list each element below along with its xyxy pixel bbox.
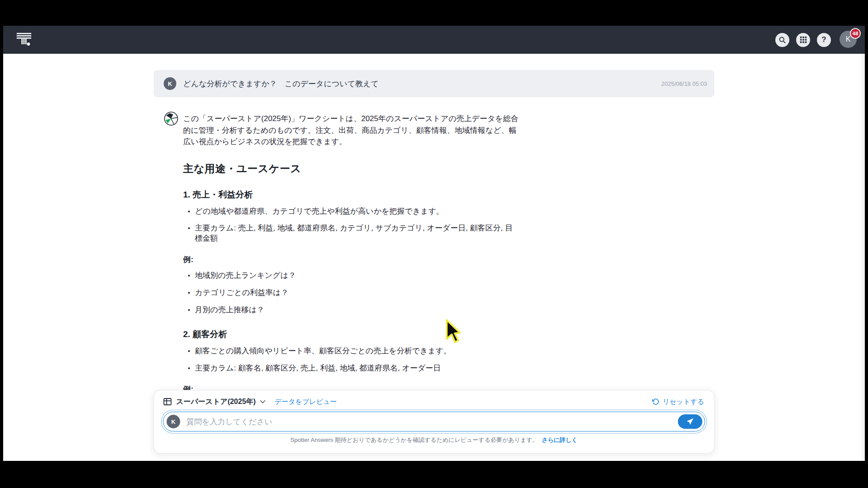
bot-intro-paragraph: この「スーパーストア(2025年)」ワークシートは、2025年のスーパーストアの… <box>183 113 520 148</box>
bullet-icon: • <box>183 223 195 244</box>
send-button[interactable] <box>678 414 703 429</box>
bullet-icon: • <box>183 288 195 298</box>
list-item: •主要カラム: 売上, 利益, 地域, 都道府県名, カテゴリ, サブカテゴリ,… <box>183 223 520 244</box>
section-2-heading: 2. 顧客分析 <box>183 328 520 340</box>
bot-main-heading: 主な用途・ユースケース <box>183 162 520 176</box>
datasource-name[interactable]: スーパーストア(2025年) <box>176 397 256 407</box>
bullet-icon: • <box>183 271 195 281</box>
scrollbar[interactable] <box>862 54 865 461</box>
spotter-bot-icon <box>164 111 179 126</box>
bullet-icon: • <box>183 346 195 357</box>
section-1-example-label: 例: <box>183 254 520 265</box>
disclaimer-text: Spotter Answers 期待どおりであるかどうかを確認するためにレビュー… <box>290 436 538 443</box>
reset-label: リセットする <box>662 398 704 406</box>
paper-plane-icon <box>686 418 694 426</box>
worksheet-table-icon <box>163 397 172 406</box>
reset-icon <box>652 398 659 405</box>
bot-message-body: この「スーパーストア(2025年)」ワークシートは、2025年のスーパーストアの… <box>183 111 520 435</box>
user-message-row: K どんな分析ができますか？ このデータについて教えて 2025/06/18 0… <box>154 70 714 97</box>
thoughtspot-logo-icon[interactable] <box>15 30 33 49</box>
navbar-actions: ? K 48 <box>775 31 858 49</box>
notification-badge: 48 <box>850 28 861 39</box>
apps-grid-icon[interactable] <box>796 33 810 47</box>
bot-message-row: この「スーパーストア(2025年)」ワークシートは、2025年のスーパーストアの… <box>154 111 714 435</box>
list-item: •月別の売上推移は？ <box>183 305 520 315</box>
composer-toolbar: スーパーストア(2025年) データをプレビュー リセットする <box>154 390 714 407</box>
bullet-icon: • <box>183 206 195 217</box>
chevron-down-icon[interactable] <box>260 400 266 404</box>
user-message-text: どんな分析ができますか？ このデータについて教えて <box>183 79 661 89</box>
search-icon[interactable] <box>775 33 789 47</box>
section-2-bullets: •顧客ごとの購入傾向やリピート率、顧客区分ごとの売上を分析できます。 •主要カラ… <box>183 346 520 374</box>
bullet-icon: • <box>183 305 195 315</box>
list-item: •カテゴリごとの利益率は？ <box>183 288 520 298</box>
top-navbar: ? K 48 <box>3 26 865 54</box>
preview-data-link[interactable]: データをプレビュー <box>275 398 337 406</box>
user-avatar: K <box>164 77 176 90</box>
list-item: •主要カラム: 顧客名, 顧客区分, 売上, 利益, 地域, 都道府県名, オー… <box>183 363 520 374</box>
disclaimer-row: Spotter Answers 期待どおりであるかどうかを確認するためにレビュー… <box>154 436 714 444</box>
app-window: ? K 48 K どんな分析ができますか？ このデータについて教えて 2025/… <box>3 26 865 461</box>
section-1-bullets: •どの地域や都道府県、カテゴリで売上や利益が高いかを把握できます。 •主要カラム… <box>183 206 520 244</box>
list-item: •顧客ごとの購入傾向やリピート率、顧客区分ごとの売上を分析できます。 <box>183 346 520 357</box>
help-icon[interactable]: ? <box>817 33 831 47</box>
section-1-heading: 1. 売上・利益分析 <box>183 189 520 201</box>
list-item: •どの地域や都道府県、カテゴリで売上や利益が高いかを把握できます。 <box>183 206 520 217</box>
input-placeholder: 質問を入力してください <box>187 417 678 427</box>
user-menu[interactable]: K 48 <box>840 31 858 49</box>
input-user-avatar: K <box>167 415 180 428</box>
list-item: •地域別の売上ランキングは？ <box>183 271 520 281</box>
learn-more-link[interactable]: さらに詳しく <box>542 436 578 443</box>
question-input[interactable]: K 質問を入力してください <box>163 412 705 432</box>
message-timestamp: 2025/06/18 05:03 <box>661 80 707 87</box>
reset-button[interactable]: リセットする <box>652 398 704 406</box>
section-1-examples: •地域別の売上ランキングは？ •カテゴリごとの利益率は？ •月別の売上推移は？ <box>183 271 520 315</box>
composer-panel: スーパーストア(2025年) データをプレビュー リセットする K 質問を入力し… <box>154 390 715 454</box>
bullet-icon: • <box>183 363 195 374</box>
